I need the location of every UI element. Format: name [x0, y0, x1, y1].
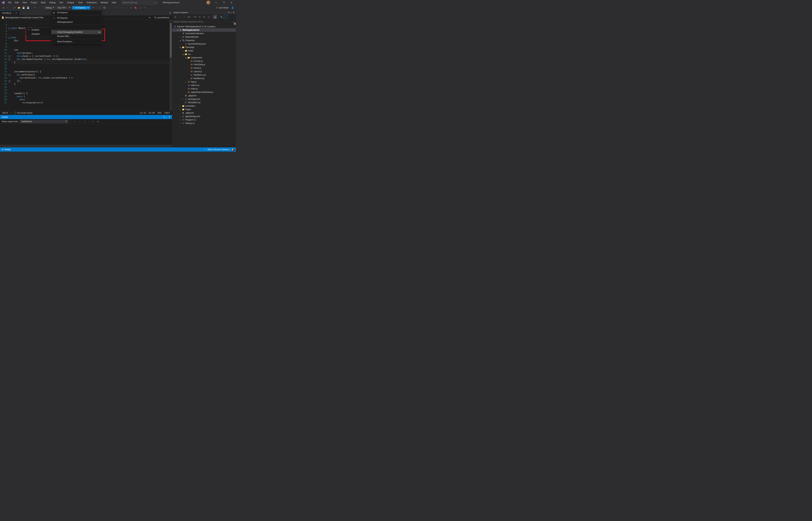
tree-fetchdata-js[interactable]: JSFetchData.js [172, 63, 236, 66]
bookmark-next-icon[interactable]: ► [143, 6, 146, 10]
eol-indicator[interactable]: CRLF [164, 112, 170, 114]
maximize-button[interactable]: ❐ [221, 0, 227, 5]
tree-src[interactable]: ◢📂src [172, 52, 236, 56]
solution-tree[interactable]: ⊞Solution 'WebApplication4' (1 of 1 proj… [172, 24, 236, 148]
go-to-prev-icon[interactable]: ⇤ [72, 120, 76, 123]
go-to-next-icon[interactable]: ⇥ [78, 120, 82, 123]
tree-program-cs[interactable]: ▷C#Program.cs [172, 118, 236, 121]
view-icon[interactable]: — [224, 15, 228, 19]
menu-build[interactable]: Build [39, 1, 47, 4]
expand-icon[interactable]: ▷ [179, 105, 181, 107]
step-into-icon[interactable]: ↓ [109, 6, 113, 10]
output-source-dropdown[interactable]: IntelliSense [20, 120, 68, 123]
tab-counter-js[interactable]: Counter.js ⟂ ✕ [0, 10, 19, 15]
show-all-icon[interactable]: ◫ [206, 15, 211, 19]
pin-icon[interactable]: ⟂ [166, 116, 167, 118]
save-icon[interactable]: 💾 [22, 6, 25, 10]
open-icon[interactable]: 📂 [17, 6, 21, 10]
menu-extensions[interactable]: Extensions [85, 1, 98, 4]
close-icon[interactable]: ✕ [15, 12, 17, 14]
menu-view[interactable]: View [21, 1, 29, 4]
pending-changes-icon[interactable]: ⟳▾ [193, 15, 197, 19]
menu-more-emulators[interactable]: More Emulators... [52, 40, 102, 44]
back-icon[interactable]: ◄ [173, 15, 177, 19]
bookmark-icon[interactable]: 🔖 [134, 6, 138, 10]
submenu-enabled[interactable]: ✓Enabled [26, 28, 51, 32]
clear-all-icon[interactable]: ⊗ [96, 120, 100, 123]
expand-icon[interactable]: ◢ [179, 40, 181, 41]
tree-navmenu-css[interactable]: ◈NavMenu.css [172, 73, 236, 77]
fwd-icon[interactable]: ► [178, 15, 182, 19]
tree-regsw-js[interactable]: JSregisterServiceWorker.js [172, 90, 236, 94]
tree-app-js[interactable]: ▷JSApp.js [172, 80, 236, 84]
tab-overflow-icon[interactable]: ▾ [168, 12, 172, 14]
tree-index-css[interactable]: ◈index.css [172, 84, 236, 87]
new-project-icon[interactable]: ▭⁺ [13, 6, 16, 10]
output-body[interactable] [0, 124, 172, 145]
undo-icon[interactable]: ↶ [33, 6, 37, 10]
tree-dependencies[interactable]: ▷⁂Dependencies [172, 35, 236, 39]
notifications-icon[interactable]: 🔔 [231, 148, 234, 151]
collapse-icon[interactable]: ⊟ [202, 15, 206, 19]
expand-icon[interactable]: ◢ [176, 29, 178, 31]
menu-analyze[interactable]: Analyze [65, 1, 76, 4]
horizontal-scrollbar[interactable] [0, 145, 172, 148]
bookmark-prev-icon[interactable]: ◄ [138, 6, 142, 10]
menu-project[interactable]: Project [29, 1, 39, 4]
tree-gitignore2[interactable]: 🗎.gitignore [172, 111, 236, 115]
expand-icon[interactable]: ▷ [179, 36, 181, 38]
menu-file[interactable]: File [6, 1, 13, 4]
submenu-disabled[interactable]: Disabled [26, 32, 51, 36]
switch-views-icon[interactable]: ◫▾ [187, 15, 191, 19]
quick-search[interactable]: Search (Ctrl+Q) ⌕ [121, 1, 157, 4]
tree-package-json[interactable]: ▷{}package.json [172, 97, 236, 101]
outdent-icon[interactable]: ⇤ [125, 6, 129, 10]
tree-properties[interactable]: ◢🔧Properties [172, 39, 236, 42]
tree-components[interactable]: ◢📂components [172, 56, 236, 60]
tree-public[interactable]: ▷📁public [172, 49, 236, 52]
toggle-wrap-icon[interactable]: ≡ [91, 120, 95, 123]
source-control-button[interactable]: Add to Source Control ▴ [207, 148, 229, 151]
pin-icon[interactable]: ⟂ [13, 12, 14, 14]
project-node[interactable]: ◢⊕WebApplication4 [172, 28, 236, 32]
save-all-icon[interactable]: 💾 [26, 6, 30, 10]
menu-tools[interactable]: Tools [76, 1, 85, 4]
menu-test[interactable]: Test [58, 1, 65, 4]
menu-browse-with[interactable]: Browse With... [52, 34, 102, 38]
split-grip[interactable]: ≡ [234, 22, 236, 25]
tree-counter-js[interactable]: JSCounter.js [172, 60, 236, 63]
step-over-icon[interactable]: ↷ [114, 6, 117, 10]
fold-gutter[interactable]: ------ [9, 20, 12, 111]
tree-index-js[interactable]: JSindex.js [172, 87, 236, 90]
indent-icon[interactable]: ⇥ [120, 6, 124, 10]
tree-controllers[interactable]: ▷📁Controllers [172, 104, 236, 108]
indent-indicator[interactable]: SPC [157, 112, 162, 114]
tree-readme[interactable]: M↓README.md [172, 101, 236, 104]
menu-webapp4[interactable]: WebApplication4 [52, 20, 102, 24]
tree-clientapp[interactable]: ◢📂ClientApp [172, 46, 236, 49]
menu-script-debugging[interactable]: Script Debugging (Enabled)▶ [52, 30, 102, 34]
output-header[interactable]: Output ▾ ⟂ ✕ [0, 115, 172, 119]
tree-navmenu-js[interactable]: JSNavMenu.js [172, 77, 236, 80]
expand-icon[interactable]: ◢ [179, 46, 181, 48]
close-icon[interactable]: ✕ [168, 116, 170, 118]
expand-icon[interactable]: ◢ [185, 57, 187, 59]
redo-icon[interactable]: ↷ [37, 6, 41, 10]
tree-pages[interactable]: ▷📁Pages [172, 108, 236, 111]
menu-window[interactable]: Window [99, 1, 110, 4]
menu-edit[interactable]: Edit [13, 1, 20, 4]
expand-icon[interactable]: ◢ [182, 53, 184, 55]
dropdown-icon[interactable]: ▾ [228, 11, 229, 14]
breadcrumb-dropdown-icon[interactable]: ▾ [148, 16, 152, 19]
tree-startup-cs[interactable]: ▷C#Startup.cs [172, 121, 236, 125]
menu-debug[interactable]: Debug [48, 1, 57, 4]
zoom-level[interactable]: 100 % [2, 112, 8, 114]
solution-search[interactable]: Search Solution Explorer (Ctrl+;) ⌕▾ [172, 19, 236, 24]
expand-icon[interactable]: ▷ [179, 119, 181, 121]
vertical-scrollbar[interactable] [170, 20, 172, 111]
dropdown-icon[interactable]: ▾ [163, 116, 164, 118]
expand-icon[interactable]: ▷ [179, 115, 181, 117]
close-button[interactable]: ✕ [228, 0, 234, 5]
tree-home-js[interactable]: JSHome.js [172, 66, 236, 70]
pin-icon[interactable]: ⟂ [230, 11, 232, 14]
